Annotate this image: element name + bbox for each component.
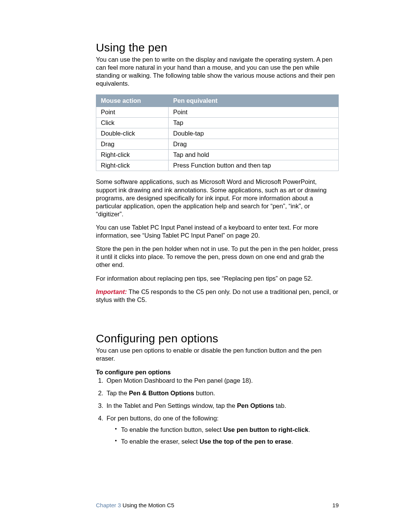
step-4-bullet-1: To enable the function button, select Us… bbox=[115, 426, 339, 434]
step-3: In the Tablet and Pen Settings window, t… bbox=[105, 402, 339, 410]
table-cell: Drag bbox=[96, 139, 169, 150]
table-cell: Right-click bbox=[96, 160, 169, 171]
s4b1-c: . bbox=[308, 426, 310, 433]
steps-list: Open Motion Dashboard to the Pen panel (… bbox=[96, 377, 339, 446]
step-4-lead: For pen buttons, do one of the following… bbox=[107, 415, 218, 422]
intro-using-the-pen: You can use the pen to write on the disp… bbox=[96, 56, 339, 88]
important-text: The C5 responds to the C5 pen only. Do n… bbox=[96, 288, 338, 303]
table-cell: Point bbox=[96, 107, 169, 118]
step-4: For pen buttons, do one of the following… bbox=[105, 414, 339, 445]
paragraph-input-panel: You can use Tablet PC Input Panel instea… bbox=[96, 224, 339, 240]
footer-left: Chapter 3 Using the Motion C5 bbox=[96, 502, 174, 508]
table-row: Right-click Tap and hold bbox=[96, 150, 339, 160]
table-cell: Double-tap bbox=[169, 128, 339, 139]
important-label: Important: bbox=[96, 288, 127, 295]
s4b2-bold: Use the top of the pen to erase bbox=[199, 438, 291, 445]
table-header-mouse: Mouse action bbox=[96, 95, 169, 107]
table-cell: Drag bbox=[169, 139, 339, 150]
s4b1-bold: Use pen button to right-click bbox=[223, 426, 309, 433]
table-row: Drag Drag bbox=[96, 139, 339, 150]
s4b2-a: To enable the eraser, select bbox=[121, 438, 199, 445]
page-footer: Chapter 3 Using the Motion C5 19 bbox=[96, 502, 339, 508]
step-3-bold: Pen Options bbox=[237, 402, 274, 409]
paragraph-important: Important: The C5 responds to the C5 pen… bbox=[96, 288, 339, 304]
intro-configuring: You can use pen options to enable or dis… bbox=[96, 347, 339, 363]
paragraph-ink-apps: Some software applications, such as Micr… bbox=[96, 178, 339, 218]
step-2-text-c: button. bbox=[194, 390, 215, 396]
table-row: Point Point bbox=[96, 107, 339, 118]
table-cell: Tap and hold bbox=[169, 150, 339, 160]
s4b2-c: . bbox=[292, 438, 293, 445]
chapter-label: Chapter 3 bbox=[96, 502, 121, 508]
step-2: Tap the Pen & Button Options button. bbox=[105, 389, 339, 397]
heading-configuring-pen-options: Configuring pen options bbox=[96, 332, 339, 345]
table-row: Double-click Double-tap bbox=[96, 128, 339, 139]
table-cell: Right-click bbox=[96, 150, 169, 160]
step-4-sublist: To enable the function button, select Us… bbox=[107, 426, 339, 446]
table-header-pen: Pen equivalent bbox=[169, 95, 339, 107]
step-2-text-a: Tap the bbox=[107, 390, 129, 396]
table-row: Right-click Press Function button and th… bbox=[96, 160, 339, 171]
s4b1-a: To enable the function button, select bbox=[121, 426, 223, 433]
paragraph-store-pen: Store the pen in the pen holder when not… bbox=[96, 245, 339, 269]
step-4-bullet-2: To enable the eraser, select Use the top… bbox=[115, 438, 339, 446]
step-2-bold: Pen & Button Options bbox=[129, 390, 194, 396]
step-3-text-a: In the Tablet and Pen Settings window, t… bbox=[107, 402, 237, 409]
subheading-to-configure: To configure pen options bbox=[96, 369, 339, 376]
table-cell: Press Function button and then tap bbox=[169, 160, 339, 171]
page-number: 19 bbox=[332, 502, 339, 508]
heading-using-the-pen: Using the pen bbox=[96, 41, 339, 54]
table-row: Click Tap bbox=[96, 118, 339, 128]
page: Using the pen You can use the pen to wri… bbox=[0, 0, 411, 532]
table-cell: Double-click bbox=[96, 128, 169, 139]
paragraph-replace-tips: For information about replacing pen tips… bbox=[96, 275, 339, 283]
chapter-title: Using the Motion C5 bbox=[121, 502, 174, 508]
step-3-text-c: tab. bbox=[274, 402, 286, 409]
step-1: Open Motion Dashboard to the Pen panel (… bbox=[105, 377, 339, 385]
table-cell: Point bbox=[169, 107, 339, 118]
mouse-pen-table: Mouse action Pen equivalent Point Point … bbox=[96, 94, 339, 171]
table-cell: Tap bbox=[169, 118, 339, 128]
table-cell: Click bbox=[96, 118, 169, 128]
